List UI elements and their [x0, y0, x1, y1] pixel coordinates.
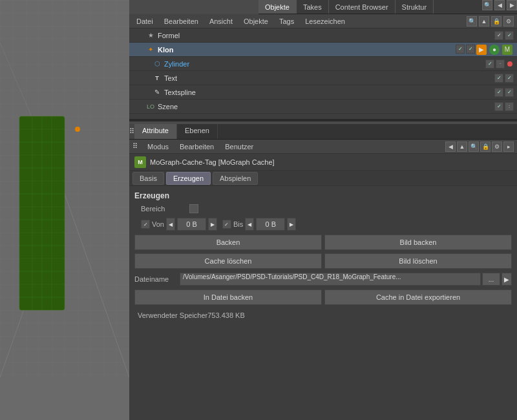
von-group: ✓ Von ◀ ▶: [141, 218, 217, 231]
klon-tag3[interactable]: M: [502, 45, 512, 55]
tab-objekte[interactable]: Objekte: [258, 0, 297, 14]
textspline-check1[interactable]: ✓: [494, 88, 503, 97]
menu-benutzer[interactable]: Benutzer: [221, 142, 257, 152]
settings-btn[interactable]: ⚙: [503, 16, 514, 26]
obj-row-text[interactable]: T Text ✓ ✓: [129, 71, 517, 85]
zylinder-check2[interactable]: ·: [496, 59, 505, 68]
menu-objekte[interactable]: Objekte: [240, 16, 272, 26]
menu-lesezeichen[interactable]: Lesezeichen: [301, 16, 349, 26]
cache-row: Cache löschen Bild löschen: [134, 253, 512, 269]
menu-tags[interactable]: Tags: [275, 16, 298, 26]
obj-row-szene[interactable]: LO Szene ✓ :: [129, 100, 517, 114]
attr-extra[interactable]: ▸: [503, 142, 514, 152]
klon-controls: ✓ ✓ ▶ ● M: [456, 45, 514, 55]
zylinder-dot: [507, 61, 512, 67]
dateiname-arrow-btn[interactable]: ▶: [501, 273, 512, 286]
mgraph-header: M MoGraph-Cache-Tag [MoGraph Cache]: [129, 154, 517, 171]
bis-up[interactable]: ▶: [287, 218, 296, 231]
bis-input[interactable]: [256, 218, 285, 231]
attr-menu-grip[interactable]: ⠿: [132, 142, 138, 151]
menu-bearbeiten-attr[interactable]: Bearbeiten: [176, 142, 218, 152]
szene-icon: LO: [145, 101, 156, 112]
klon-tag2[interactable]: ●: [489, 45, 500, 55]
search-btn[interactable]: 🔍: [467, 16, 477, 26]
von-up[interactable]: ▶: [208, 218, 217, 231]
attr-tabs: ⠿ Attribute Ebenen: [129, 124, 517, 140]
von-down[interactable]: ◀: [166, 218, 175, 231]
bild-backen-btn[interactable]: Bild backen: [324, 235, 512, 250]
von-check[interactable]: ✓: [141, 220, 150, 229]
right-panel: Objekte Takes Content Browser Struktur 🔍…: [129, 0, 517, 420]
cache-loeschen-btn[interactable]: Cache löschen: [134, 253, 322, 269]
obj-row-textspline[interactable]: ✎ Textspline ✓ ✓: [129, 85, 517, 100]
attr-grip[interactable]: ⠿: [129, 124, 134, 139]
dateiname-label: Dateiname: [134, 275, 180, 283]
klon-check1[interactable]: ✓: [456, 45, 465, 54]
subtab-erzeugen[interactable]: Erzeugen: [166, 172, 211, 185]
dateiname-browse-btn[interactable]: ...: [482, 273, 500, 286]
von-input[interactable]: [177, 218, 206, 231]
menu-modus[interactable]: Modus: [143, 142, 173, 152]
obj-row-klon[interactable]: ✦ Klon ✓ ✓ ▶ ● M: [129, 43, 517, 57]
obj-row-zylinder[interactable]: ⬡ Zylinder ✓ ·: [129, 57, 517, 71]
attr-menu-icons: ◀ ▲ 🔍 🔒 ⚙ ▸: [445, 142, 514, 152]
szene-check1[interactable]: ✓: [494, 102, 503, 111]
menu-datei[interactable]: Datei: [132, 16, 157, 26]
bild-loeschen-btn[interactable]: Bild löschen: [324, 253, 512, 269]
obj-row-formel[interactable]: ★ Formel ✓ ✓: [129, 28, 517, 43]
nav-right-icon[interactable]: ▶: [507, 0, 517, 10]
subtab-basis[interactable]: Basis: [132, 172, 164, 185]
bis-group: ✓ Bis ◀ ▶: [222, 218, 296, 231]
cache-export-btn[interactable]: Cache in Datei exportieren: [324, 289, 512, 305]
tab-ebenen[interactable]: Ebenen: [177, 124, 218, 139]
menu-ansicht[interactable]: Ansicht: [206, 16, 237, 26]
tab-struktur[interactable]: Struktur: [396, 0, 434, 14]
nav-left-icon[interactable]: ◀: [494, 0, 505, 10]
attr-settings[interactable]: ⚙: [492, 142, 502, 152]
textspline-controls: ✓ ✓: [494, 88, 514, 97]
attr-lock[interactable]: 🔒: [480, 142, 491, 152]
formel-icon: ★: [145, 30, 156, 41]
textspline-name: Textspline: [164, 89, 494, 96]
lock-btn[interactable]: 🔒: [491, 16, 501, 26]
text-check2[interactable]: ✓: [505, 74, 514, 83]
attr-nav-left[interactable]: ◀: [445, 142, 456, 152]
klon-check2[interactable]: ✓: [466, 45, 475, 54]
backen-row: Backen Bild backen: [134, 235, 512, 250]
formel-name: Formel: [158, 32, 494, 39]
formel-check1[interactable]: ✓: [494, 31, 503, 40]
bereich-checkbox[interactable]: [189, 204, 198, 213]
text-check1[interactable]: ✓: [494, 74, 503, 83]
szene-check2[interactable]: :: [505, 102, 514, 111]
bis-check[interactable]: ✓: [222, 220, 231, 229]
top-tab-icons: 🔍 ◀ ▶: [482, 0, 517, 14]
section-title: Erzeugen: [134, 191, 512, 200]
subtab-abspielen[interactable]: Abspielen: [213, 172, 258, 185]
menu-bar-icons: 🔍 ▲ 🔒 ⚙: [467, 16, 514, 26]
textspline-check2[interactable]: ✓: [505, 88, 514, 97]
bis-label: Bis: [233, 220, 243, 228]
attr-arrow-up[interactable]: ▲: [457, 142, 467, 152]
attr-search[interactable]: 🔍: [469, 142, 479, 152]
tab-takes[interactable]: Takes: [297, 0, 329, 14]
zylinder-icon: ⬡: [152, 59, 162, 69]
tab-content-browser[interactable]: Content Browser: [329, 0, 396, 14]
bis-down[interactable]: ◀: [245, 218, 254, 231]
tab-attribute[interactable]: Attribute: [134, 124, 177, 139]
backen-btn[interactable]: Backen: [134, 235, 322, 250]
viewport: ⟲ ↔ ↕ ⊕: [0, 0, 129, 420]
menu-bar: Datei Bearbeiten Ansicht Objekte Tags Le…: [129, 14, 517, 28]
menu-bearbeiten[interactable]: Bearbeiten: [160, 16, 202, 26]
search-icon-btn[interactable]: 🔍: [482, 0, 492, 10]
klon-tag1[interactable]: ▶: [476, 45, 487, 55]
zylinder-check1[interactable]: ✓: [485, 59, 494, 68]
attr-panel: ⠿ Attribute Ebenen ⠿ Modus Bearbeiten Be…: [129, 124, 517, 420]
content-area: Erzeugen Bereich ✓ Von ◀ ▶ ✓ B: [129, 186, 517, 328]
zylinder-name: Zylinder: [164, 60, 485, 68]
formel-check2[interactable]: ✓: [505, 31, 514, 40]
arrow-up-btn[interactable]: ▲: [479, 16, 489, 26]
in-datei-backen-btn[interactable]: In Datei backen: [134, 289, 322, 305]
export-row: In Datei backen Cache in Datei exportier…: [134, 289, 512, 305]
formel-controls: ✓ ✓: [494, 31, 514, 40]
dateiname-value: /Volumes/Asanger/PSD/PSD-Tutorials/PSD_C…: [180, 273, 481, 286]
